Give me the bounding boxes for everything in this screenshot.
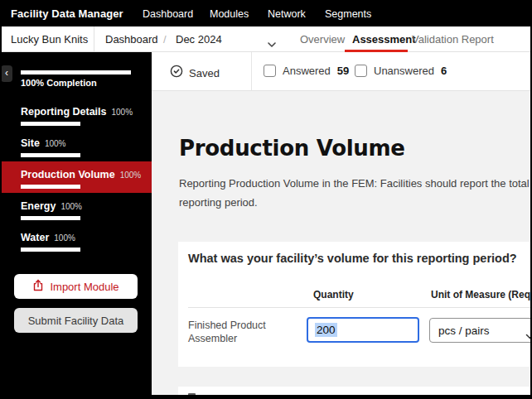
question-text: What was your facility’s volume for this… — [188, 252, 517, 265]
top-navbar: Facility Data Manager Dashboard Modules … — [0, 0, 532, 26]
question-card: What was your facility’s volume for this… — [178, 242, 532, 367]
unanswered-checkbox[interactable] — [355, 65, 367, 77]
module-progressbar — [21, 153, 80, 157]
chevron-left-icon: ‹ — [5, 67, 8, 79]
tab-validation-report[interactable]: Validation Report — [412, 33, 494, 46]
app-window: Facility Data Manager Dashboard Modules … — [0, 0, 532, 399]
overall-completion-progressbar — [21, 70, 131, 75]
quantity-value-selected: 200 — [315, 323, 337, 337]
header-divider — [188, 307, 532, 308]
column-header-quantity: Quantity — [313, 289, 354, 300]
description-line: reporting period. — [179, 193, 532, 212]
module-label: Site — [21, 137, 40, 149]
sidebar-item-energy[interactable]: Energy100% — [0, 193, 152, 224]
sidebar-item-water[interactable]: Water100% — [0, 224, 152, 256]
app-logo: Facility Data Manager — [11, 7, 123, 20]
module-label: Production Volume — [21, 169, 115, 180]
unanswered-count: 6 — [441, 65, 447, 77]
answered-filter: Answered 59 — [264, 65, 349, 77]
check-circle-icon — [170, 65, 183, 81]
answered-count: 59 — [337, 65, 349, 77]
submit-facility-data-button[interactable]: Submit Facility Data — [14, 308, 138, 333]
module-label: Reporting Details — [21, 106, 107, 118]
module-percent: 100% — [112, 108, 133, 117]
answered-checkbox[interactable] — [264, 65, 276, 77]
column-header-unit: Unit of Measure (Required) — [431, 289, 532, 300]
save-status: Saved — [170, 65, 220, 81]
breadcrumb-separator: / — [163, 33, 167, 46]
module-progressbar — [21, 248, 80, 252]
sidebar-item-reporting-details[interactable]: Reporting Details100% — [0, 99, 152, 130]
frame-border-left — [0, 26, 2, 399]
overall-completion-label: 100% Completion — [21, 78, 97, 88]
module-label: Water — [21, 232, 49, 243]
module-progressbar — [21, 216, 80, 220]
sidebar-collapse-button[interactable]: ‹ — [1, 65, 12, 82]
nav-item-dashboard[interactable]: Dashboard — [143, 8, 193, 20]
vertical-divider — [94, 26, 94, 51]
assessment-toolbar: Saved Answered 59 Unanswered 6 — [152, 52, 532, 91]
module-label: Energy — [21, 200, 56, 212]
vertical-divider — [251, 52, 252, 90]
period-selector[interactable]: Dec 2024 — [176, 33, 222, 46]
sidebar-item-site[interactable]: Site100% — [0, 130, 152, 161]
submit-facility-data-label: Submit Facility Data — [28, 315, 124, 327]
tab-overview[interactable]: Overview — [300, 33, 345, 46]
breadcrumb-bar: Lucky Bun Knits Dashboard / Dec 2024 Ove… — [0, 26, 532, 52]
sidebar-item-production-volume[interactable]: Production Volume100% — [0, 161, 152, 193]
frame-border-bottom — [0, 395, 532, 399]
quantity-input[interactable]: 200 — [307, 317, 419, 343]
unit-of-measure-select[interactable]: pcs / pairs — [429, 318, 532, 343]
module-description: Reporting Production Volume in the FEM: … — [179, 174, 532, 212]
import-module-button[interactable]: Import Module — [14, 274, 138, 299]
import-module-label: Import Module — [50, 281, 118, 293]
page-title: Production Volume — [179, 136, 405, 161]
assessment-content: Saved Answered 59 Unanswered 6 Productio… — [152, 52, 532, 399]
nav-item-network[interactable]: Network — [268, 8, 306, 20]
facility-name: Lucky Bun Knits — [11, 33, 88, 46]
nav-item-modules[interactable]: Modules — [210, 8, 249, 20]
module-list: Reporting Details100% Site100% Productio… — [0, 99, 152, 256]
unanswered-label[interactable]: Unanswered — [374, 65, 434, 77]
description-line: Reporting Production Volume in the FEM: … — [179, 174, 532, 193]
module-progressbar — [21, 185, 80, 189]
module-percent: 100% — [54, 233, 75, 243]
row-label: Finished Product Assembler — [188, 320, 292, 345]
tab-assessment[interactable]: Assessment — [352, 33, 416, 46]
module-progressbar — [21, 122, 80, 126]
module-percent: 100% — [60, 202, 82, 211]
module-percent: 100% — [120, 171, 142, 180]
upload-icon — [32, 279, 44, 294]
nav-item-segments[interactable]: Segments — [325, 8, 371, 20]
chevron-down-icon[interactable] — [267, 36, 277, 51]
answered-label[interactable]: Answered — [283, 65, 331, 77]
module-percent: 100% — [45, 139, 66, 148]
breadcrumb-dashboard-link[interactable]: Dashboard — [105, 33, 158, 46]
save-status-label: Saved — [189, 67, 220, 79]
unanswered-filter: Unanswered 6 — [355, 65, 447, 77]
module-sidebar: ‹ 100% Completion Reporting Details100% … — [0, 52, 152, 399]
unit-selected-value: pcs / pairs — [438, 324, 490, 337]
